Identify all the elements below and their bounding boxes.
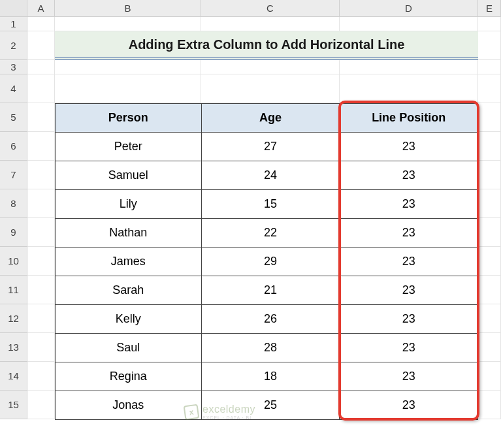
select-all-corner[interactable]	[0, 0, 27, 17]
col-header-C[interactable]: C	[201, 0, 340, 17]
cell-age[interactable]: 22	[201, 219, 340, 248]
cell-person[interactable]: Samuel	[56, 161, 202, 190]
cell-line[interactable]: 23	[340, 305, 478, 334]
cell[interactable]	[478, 31, 501, 60]
row-header-12[interactable]: 12	[0, 304, 27, 333]
row-header-10[interactable]: 10	[0, 247, 27, 276]
cell-age[interactable]: 27	[201, 133, 340, 161]
cell[interactable]	[27, 391, 55, 419]
cell[interactable]	[340, 17, 478, 31]
row-header-2[interactable]: 2	[0, 31, 27, 60]
table-row: Saul2823	[56, 334, 478, 362]
cell-line[interactable]: 23	[340, 248, 478, 276]
cell-person[interactable]: Nathan	[56, 219, 202, 248]
cell[interactable]	[340, 60, 478, 74]
column-headers: A B C D E	[27, 0, 501, 17]
row-header-7[interactable]: 7	[0, 161, 27, 189]
row-headers: 1 2 3 4 5 6 7 8 9 10 11 12 13 14 15	[0, 17, 27, 419]
row-header-11[interactable]: 11	[0, 276, 27, 304]
cell[interactable]	[340, 74, 478, 103]
watermark-icon: x	[184, 404, 200, 420]
cell[interactable]	[27, 362, 55, 391]
row-header-9[interactable]: 9	[0, 218, 27, 247]
cell-age[interactable]: 28	[201, 334, 340, 362]
cell[interactable]	[27, 74, 55, 103]
spreadsheet: A B C D E 1 2 3 4 5 6 7 8 9 10 11 12 13 …	[0, 0, 501, 448]
row-header-1[interactable]: 1	[0, 17, 27, 31]
cell[interactable]	[478, 333, 501, 362]
cell[interactable]	[27, 333, 55, 362]
cell-person[interactable]: Sarah	[56, 276, 202, 305]
cell[interactable]	[478, 391, 501, 419]
cell-person[interactable]: Regina	[56, 362, 202, 391]
cell[interactable]	[27, 132, 55, 161]
cell[interactable]	[55, 74, 201, 103]
cell[interactable]	[201, 17, 340, 31]
cell[interactable]	[27, 304, 55, 333]
cell[interactable]	[478, 362, 501, 391]
cell[interactable]	[27, 60, 55, 74]
cell[interactable]	[27, 189, 55, 218]
row-header-3[interactable]: 3	[0, 60, 27, 74]
cell[interactable]	[27, 161, 55, 189]
cell[interactable]	[478, 17, 501, 31]
table-row: James2923	[56, 248, 478, 276]
cell[interactable]	[27, 276, 55, 304]
cell[interactable]	[201, 74, 340, 103]
cell-age[interactable]: 26	[201, 305, 340, 334]
cell-line[interactable]: 23	[340, 362, 478, 391]
cell-line[interactable]: 23	[340, 161, 478, 190]
cell-age[interactable]: 29	[201, 248, 340, 276]
cell-line[interactable]: 23	[340, 190, 478, 219]
cell-person[interactable]: James	[56, 248, 202, 276]
cell[interactable]	[478, 276, 501, 304]
cell-person[interactable]: Jonas	[56, 391, 202, 420]
cell[interactable]	[478, 74, 501, 103]
cell[interactable]	[55, 60, 201, 74]
table-row: Peter2723	[56, 133, 478, 161]
cell[interactable]	[478, 189, 501, 218]
cell[interactable]	[478, 247, 501, 276]
cell[interactable]	[201, 60, 340, 74]
cell-person[interactable]: Lily	[56, 190, 202, 219]
cell[interactable]	[55, 17, 201, 31]
cell-age[interactable]: 21	[201, 276, 340, 305]
cell[interactable]	[27, 31, 55, 60]
header-age[interactable]: Age	[201, 104, 340, 133]
cell[interactable]	[478, 60, 501, 74]
cell[interactable]	[478, 218, 501, 247]
cell-age[interactable]: 18	[201, 362, 340, 391]
cell-line[interactable]: 23	[340, 276, 478, 305]
cell-person[interactable]: Peter	[56, 133, 202, 161]
cell-person[interactable]: Kelly	[56, 305, 202, 334]
col-header-A[interactable]: A	[27, 0, 55, 17]
col-header-B[interactable]: B	[55, 0, 201, 17]
cell-line[interactable]: 23	[340, 133, 478, 161]
cell-age[interactable]: 15	[201, 190, 340, 219]
row-header-14[interactable]: 14	[0, 362, 27, 391]
row-header-5[interactable]: 5	[0, 103, 27, 132]
cell-person[interactable]: Saul	[56, 334, 202, 362]
row-header-4[interactable]: 4	[0, 74, 27, 103]
cell[interactable]	[478, 103, 501, 132]
cell-line[interactable]: 23	[340, 334, 478, 362]
cell-line[interactable]: 23	[340, 219, 478, 248]
cell[interactable]	[478, 304, 501, 333]
cell[interactable]	[478, 132, 501, 161]
col-header-D[interactable]: D	[340, 0, 478, 17]
row-header-8[interactable]: 8	[0, 189, 27, 218]
cell-age[interactable]: 24	[201, 161, 340, 190]
col-header-E[interactable]: E	[478, 0, 501, 17]
cell[interactable]	[478, 161, 501, 189]
row-header-6[interactable]: 6	[0, 132, 27, 161]
cell[interactable]	[27, 103, 55, 132]
cell[interactable]	[27, 218, 55, 247]
row-header-13[interactable]: 13	[0, 333, 27, 362]
header-line-position[interactable]: Line Position	[340, 104, 478, 133]
header-person[interactable]: Person	[56, 104, 202, 133]
cell[interactable]	[27, 17, 55, 31]
cell[interactable]	[27, 247, 55, 276]
row-header-15[interactable]: 15	[0, 391, 27, 419]
cell-line[interactable]: 23	[340, 391, 478, 420]
table-row: Jonas2523	[56, 391, 478, 420]
